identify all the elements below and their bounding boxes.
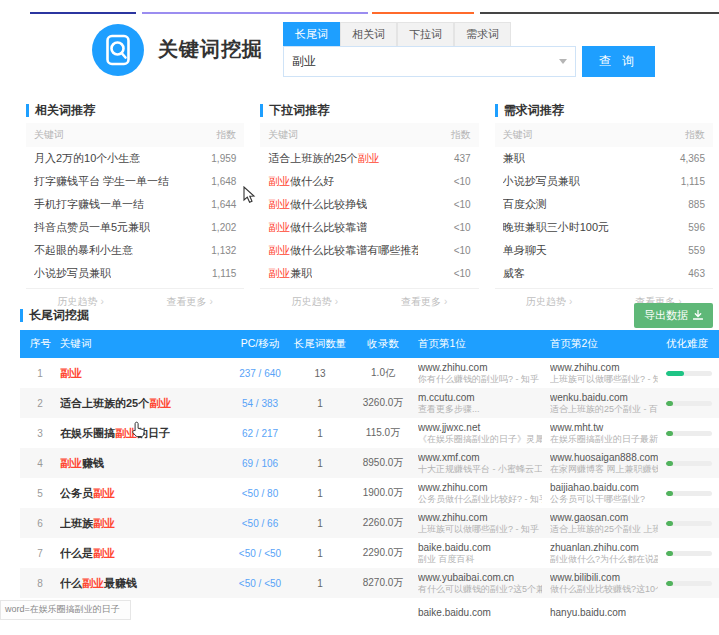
stripe-segment <box>142 12 368 14</box>
difficulty-bar <box>666 581 719 586</box>
keyword-row[interactable]: 副业做什么比较靠谱有哪些推荐 <10 <box>260 239 478 262</box>
serp-domain: zhuanlan.zhihu.com <box>550 542 658 554</box>
included-count: 8270.0万 <box>348 576 418 590</box>
longtail-count: 1 <box>292 488 348 499</box>
difficulty-bar <box>666 551 719 556</box>
keyword-text: 小说抄写员兼职 <box>34 266 111 281</box>
pc-mobile-index-link[interactable]: 54 / 383 <box>228 398 292 409</box>
serp-result-1: www.xmf.com 十大正规赚钱平台 - 小蜜蜂云工作 <box>418 452 550 475</box>
stripe-segment <box>372 12 474 14</box>
keyword-type-tab[interactable]: 长尾词 <box>283 22 340 46</box>
serp-description: 做什么副业比较赚钱?这10个自有... <box>550 584 658 595</box>
keyword-row[interactable]: 副业做什么好 <10 <box>260 170 478 193</box>
keyword-search-input[interactable]: 副业 <box>283 46 576 77</box>
serp-domain: www.yubaibai.com.cn <box>418 572 542 584</box>
keyword-type-tab[interactable]: 相关词 <box>340 22 397 46</box>
keyword-row[interactable]: 晚班兼职三小时100元 596 <box>495 216 713 239</box>
panel-dropdown-words: 下拉词推荐 关键词 指数 适合上班族的25个副业 437 副业做什么好 <10 <box>260 100 478 315</box>
keyword-row[interactable]: 百度众测 885 <box>495 193 713 216</box>
serp-result-1: www.zhihu.com 你有什么赚钱的副业吗? - 知乎 <box>418 362 550 385</box>
keyword-link[interactable]: 公务员副业 <box>60 486 228 501</box>
serp-domain: hanyu.baidu.com <box>550 601 626 619</box>
index-value: 559 <box>688 245 705 256</box>
stripe-segment <box>30 12 136 14</box>
pc-mobile-index-link[interactable]: <50 / 80 <box>228 488 292 499</box>
longtail-count: 1 <box>292 548 348 559</box>
difficulty-bar <box>666 521 719 526</box>
keyword-text: 副业做什么比较挣钱 <box>268 197 367 212</box>
keyword-type-tab[interactable]: 下拉词 <box>397 22 454 46</box>
serp-result-2: www.gaosan.com 适合上班族的25个副业 上班比较... <box>550 512 666 535</box>
keyword-type-tab[interactable]: 需求词 <box>454 22 511 46</box>
keyword-link[interactable]: 什么副业最赚钱 <box>60 576 228 591</box>
pc-mobile-index-link[interactable]: <50 / 66 <box>228 518 292 529</box>
keyword-link[interactable]: 在娱乐圈搞副业的日子 <box>60 426 228 441</box>
index-value: <10 <box>454 222 471 233</box>
keyword-row[interactable]: 单身聊天 559 <box>495 239 713 262</box>
serp-result-2: www.zhihu.com 上班族可以做哪些副业? - 知乎 <box>550 362 666 385</box>
keyword-row[interactable]: 适合上班族的25个副业 437 <box>260 147 478 170</box>
index-value: 1,644 <box>211 199 236 210</box>
keyword-text: 抖音点赞员一单5元兼职 <box>34 220 150 235</box>
keyword-row[interactable]: 兼职 4,365 <box>495 147 713 170</box>
keyword-row[interactable]: 手机打字赚钱一单一结 1,644 <box>26 193 244 216</box>
longtail-count: 13 <box>292 368 348 379</box>
longtail-count: 1 <box>292 578 348 589</box>
keyword-text: 适合上班族的25个副业 <box>268 151 379 166</box>
keyword-row[interactable]: 打字赚钱平台 学生一单一结 1,648 <box>26 170 244 193</box>
keyword-text: 副业兼职 <box>268 266 312 281</box>
keyword-row[interactable]: 副业做什么比较靠谱 <10 <box>260 216 478 239</box>
keyword-row[interactable]: 小说抄写员兼职 1,115 <box>495 170 713 193</box>
difficulty-bar-track <box>666 521 712 526</box>
title-marker <box>495 104 498 117</box>
title-marker <box>260 104 263 117</box>
difficulty-bar-fill <box>666 431 673 436</box>
pc-mobile-index-link[interactable]: 237 / 640 <box>228 368 292 379</box>
pc-mobile-index-link[interactable]: 69 / 106 <box>228 458 292 469</box>
difficulty-bar-fill <box>666 521 673 526</box>
keyword-text: 月入2万的10个小生意 <box>34 151 140 166</box>
serp-result-2: zhuanlan.zhihu.com 副业做什么?为什么都在说副业? - ... <box>550 542 666 565</box>
panel-rows: 月入2万的10个小生意 1,959 打字赚钱平台 学生一单一结 1,648 手机… <box>26 147 244 285</box>
col-index-label: 指数 <box>451 128 471 142</box>
serp-description: 适合上班族的25个副业 上班比较... <box>550 524 658 535</box>
keyword-text: 打字赚钱平台 学生一单一结 <box>34 174 169 189</box>
export-data-button[interactable]: 导出数据 <box>634 303 713 328</box>
keyword-text: 手机打字赚钱一单一结 <box>34 197 144 212</box>
panel-title-text: 需求词推荐 <box>504 102 564 119</box>
row-number: 3 <box>20 428 60 439</box>
longtail-count: 1 <box>292 428 348 439</box>
keyword-text: 单身聊天 <box>503 243 547 258</box>
keyword-row[interactable]: 月入2万的10个小生意 1,959 <box>26 147 244 170</box>
keyword-link[interactable]: 适合上班族的25个副业 <box>60 396 228 411</box>
index-value: 1,959 <box>211 153 236 164</box>
col-keyword: 关键词 <box>60 337 228 351</box>
search-icon <box>92 24 144 76</box>
longtail-mining-section: 长尾词挖掘 导出数据 序号 关键词 PC/移动 长尾词数量 收录数 首页第1位 … <box>20 300 719 622</box>
serp-result-2: www.bilibili.com 做什么副业比较赚钱?这10个自有... <box>550 572 666 595</box>
section-title-text: 长尾词挖掘 <box>29 307 89 324</box>
title-marker <box>26 104 29 117</box>
pc-mobile-index-link[interactable]: <50 / <50 <box>228 548 292 559</box>
pc-mobile-index-link[interactable]: <50 / <50 <box>228 578 292 589</box>
keyword-link[interactable]: 副业 <box>60 366 228 381</box>
query-button[interactable]: 查 询 <box>582 46 655 77</box>
index-value: <10 <box>454 176 471 187</box>
panel-table-header: 关键词 指数 <box>495 123 713 147</box>
keyword-link[interactable]: 上班族副业 <box>60 516 228 531</box>
keyword-link[interactable]: 什么是副业 <box>60 546 228 561</box>
pc-mobile-index-link[interactable]: 62 / 217 <box>228 428 292 439</box>
keyword-row[interactable]: 不起眼的暴利小生意 1,132 <box>26 239 244 262</box>
difficulty-bar-fill <box>666 491 673 496</box>
keyword-row[interactable]: 副业做什么比较挣钱 <10 <box>260 193 478 216</box>
serp-domain: www.xmf.com <box>418 452 542 464</box>
longtail-row: 3 在娱乐圈搞副业的日子 62 / 217 1 115.0万 www.jjwxc… <box>20 418 719 448</box>
included-count: 2290.0万 <box>348 546 418 560</box>
difficulty-bar-track <box>666 491 712 496</box>
keyword-link[interactable]: 副业赚钱 <box>60 456 228 471</box>
keyword-row[interactable]: 威客 463 <box>495 262 713 285</box>
keyword-row[interactable]: 小说抄写员兼职 1,115 <box>26 262 244 285</box>
keyword-row[interactable]: 抖音点赞员一单5元兼职 1,202 <box>26 216 244 239</box>
keyword-row[interactable]: 副业兼职 <10 <box>260 262 478 285</box>
col-keyword-label: 关键词 <box>268 128 298 142</box>
